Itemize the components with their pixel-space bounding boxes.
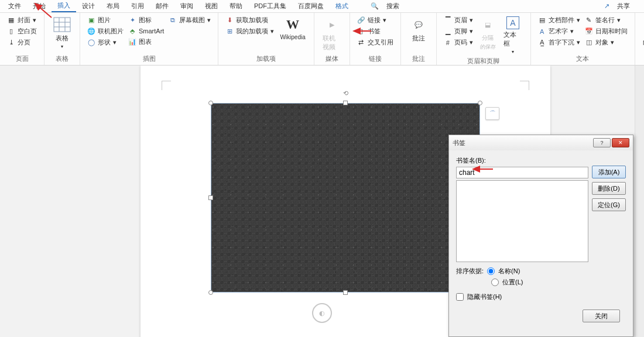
goto-button[interactable]: 定位(G) — [592, 198, 626, 211]
svg-rect-0 — [54, 18, 70, 32]
group-label: 加载项 — [223, 53, 309, 65]
menu-references[interactable]: 引用 — [125, 1, 150, 12]
sort-name-radio[interactable] — [487, 267, 495, 275]
textbox-button[interactable]: A 文本框▾ — [500, 15, 525, 56]
menu-insert[interactable]: 插入 — [52, 0, 76, 12]
online-pictures-button[interactable]: 🌐联机图片 — [87, 26, 124, 36]
resize-handle[interactable] — [478, 101, 482, 105]
menu-pdf[interactable]: PDF工具集 — [248, 1, 292, 12]
group-label: 页面 — [5, 53, 39, 65]
link-button[interactable]: 🔗链接 ▾ — [357, 15, 393, 25]
blank-page-icon: ▯ — [7, 27, 15, 36]
menu-mailings[interactable]: 邮件 — [150, 1, 174, 12]
menu-file[interactable]: 文件 — [2, 1, 27, 12]
split-save-button[interactable]: ⬓ 分隔 的保存 — [475, 15, 501, 56]
help-button[interactable]: ? — [593, 138, 611, 147]
footer-button[interactable]: ▁页脚 ▾ — [444, 26, 473, 36]
menu-home[interactable]: 开始 — [27, 1, 52, 12]
my-addins-button[interactable]: ⊞我的加载项 ▾ — [225, 26, 274, 36]
shapes-icon: ◯ — [87, 39, 95, 47]
wikipedia-icon: W — [283, 16, 302, 33]
share-button[interactable]: ↗ 共享 — [598, 1, 642, 12]
menu-layout[interactable]: 布局 — [101, 1, 125, 12]
bookmark-listbox[interactable] — [456, 180, 588, 262]
add-button[interactable]: 添加(A) — [592, 166, 626, 178]
header-icon: ▔ — [444, 16, 452, 25]
resize-handle[interactable] — [208, 101, 213, 105]
layout-options-button[interactable]: ⌒ — [485, 107, 499, 120]
hidden-bookmarks-checkbox[interactable] — [456, 293, 464, 301]
menu-view[interactable]: 视图 — [199, 1, 224, 12]
smartart-button[interactable]: ⬘SmartArt — [128, 26, 164, 36]
sort-location-radio[interactable] — [491, 278, 499, 286]
chart-button[interactable]: 📊图表 — [128, 37, 164, 47]
group-label: 链接 — [355, 53, 396, 65]
get-addins-button[interactable]: ⬇获取加载项 — [225, 15, 274, 25]
resize-handle[interactable] — [208, 290, 213, 295]
comment-icon: 💬 — [409, 16, 428, 33]
resize-handle[interactable] — [208, 195, 213, 200]
crossref-button[interactable]: ⇄交叉引用 — [357, 37, 393, 47]
signature-icon: ✎ — [585, 16, 593, 25]
bookmark-icon: ▯ — [357, 27, 365, 36]
menu-review[interactable]: 审阅 — [174, 1, 199, 12]
resize-handle[interactable] — [343, 101, 348, 105]
screenshot-button[interactable]: ⧉屏幕截图 ▾ — [169, 15, 211, 25]
rotate-handle-icon[interactable]: ⟲ — [343, 90, 348, 97]
vertical-scrollbar[interactable] — [635, 66, 644, 337]
wikipedia-button[interactable]: W Wikipedia — [276, 15, 309, 53]
margin-corner-icon — [162, 81, 171, 90]
delete-button[interactable]: 删除(D) — [592, 182, 626, 195]
group-label: 批注 — [406, 53, 431, 65]
menu-baidu[interactable]: 百度网盘 — [292, 1, 330, 12]
datetime-button[interactable]: 📅日期和时间 — [585, 26, 628, 36]
icons-button[interactable]: ✦图标 — [128, 15, 164, 25]
bookmark-name-input[interactable] — [456, 167, 588, 178]
menu-design[interactable]: 设计 — [76, 1, 101, 12]
picture-icon: ▣ — [87, 16, 95, 25]
icons-icon: ✦ — [128, 16, 136, 25]
bookmark-button[interactable]: ▯书签 — [357, 26, 393, 36]
ribbon: ▦封面 ▾ ▯空白页 ⤓分页 页面 表格▾ 表格 ▣图片 🌐联机图片 ◯形状 ▾… — [0, 13, 644, 66]
menu-help[interactable]: 帮助 — [224, 1, 248, 12]
chart-icon: 📊 — [128, 38, 136, 46]
myaddins-icon: ⊞ — [225, 27, 234, 36]
signature-button[interactable]: ✎签名行 ▾ — [585, 15, 628, 25]
menu-bar: 文件 开始 插入 设计 布局 引用 邮件 审阅 视图 帮助 PDF工具集 百度网… — [0, 0, 644, 13]
shapes-button[interactable]: ◯形状 ▾ — [87, 37, 124, 47]
page-break-icon: ⤓ — [7, 39, 15, 47]
group-symbols: π公式 ▾ Ω符号 ▾ №编号 符号 — [635, 13, 644, 65]
menu-format[interactable]: 格式 — [330, 1, 354, 12]
dropcap-button[interactable]: A̲首字下沉 ▾ — [538, 37, 580, 47]
search[interactable]: 🔍 搜索 — [365, 1, 411, 12]
close-button[interactable]: ✕ — [612, 138, 629, 147]
store-icon: ⬇ — [225, 16, 234, 25]
group-comments: 💬 批注 批注 — [401, 13, 437, 65]
resize-handle[interactable] — [343, 290, 348, 295]
group-label: 符号 — [640, 53, 644, 65]
online-video-button[interactable]: ▶ 联机视频 — [319, 15, 345, 53]
comment-button[interactable]: 💬 批注 — [406, 15, 431, 53]
dropcap-icon: A̲ — [538, 39, 546, 47]
object-button[interactable]: ◫对象 ▾ — [585, 37, 628, 47]
close-dialog-button[interactable]: 关闭 — [583, 310, 620, 322]
selected-image[interactable]: ⟲ ⌒ — [211, 103, 480, 293]
dialog-titlebar[interactable]: 书签 ? ✕ — [449, 135, 633, 150]
table-button[interactable]: 表格▾ — [49, 15, 75, 53]
blank-page-button[interactable]: ▯空白页 — [7, 26, 37, 36]
table-icon — [53, 16, 71, 33]
object-icon: ◫ — [585, 39, 593, 47]
wordart-button[interactable]: A艺术字 ▾ — [538, 26, 580, 36]
quickparts-button[interactable]: ▤文档部件 ▾ — [538, 15, 580, 25]
header-button[interactable]: ▔页眉 ▾ — [444, 15, 473, 25]
cover-page-button[interactable]: ▦封面 ▾ — [7, 15, 37, 25]
group-label: 媒体 — [319, 53, 345, 65]
page-break-button[interactable]: ⤓分页 — [7, 37, 37, 47]
pagenum-button[interactable]: #页码 ▾ — [444, 37, 473, 47]
split-save-icon: ⬓ — [478, 16, 497, 33]
group-table: 表格▾ 表格 — [44, 13, 80, 65]
group-text: ▤文档部件 ▾ A艺术字 ▾ A̲首字下沉 ▾ ✎签名行 ▾ 📅日期和时间 ◫对… — [531, 13, 635, 65]
smartart-icon: ⬘ — [128, 27, 136, 35]
bookmark-name-label: 书签名(B): — [456, 156, 588, 165]
pictures-button[interactable]: ▣图片 — [87, 15, 124, 25]
